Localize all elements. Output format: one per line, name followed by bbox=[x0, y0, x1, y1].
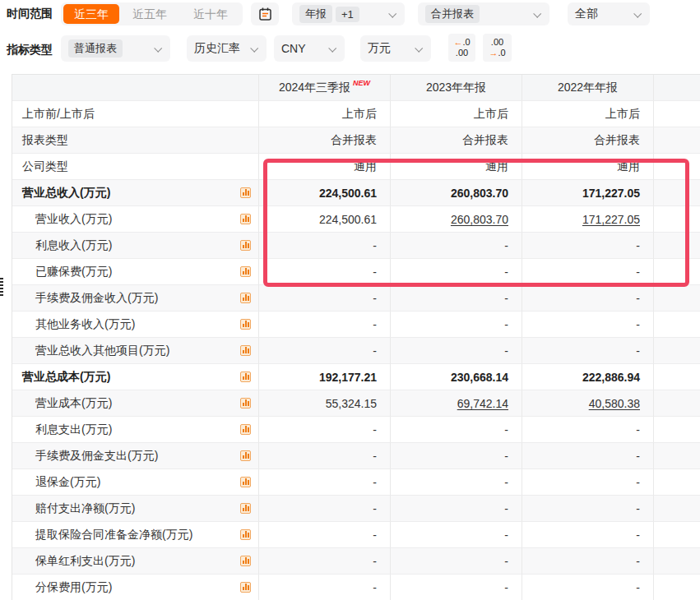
scope-value: 全部 bbox=[575, 7, 598, 21]
row-label-text: 赔付支出净额(万元) bbox=[35, 501, 135, 516]
bar-chart-icon[interactable] bbox=[240, 529, 251, 540]
value-cell: 上市后 bbox=[390, 101, 522, 127]
empty-cell bbox=[653, 259, 700, 285]
value-cell: 260,803.70 bbox=[390, 180, 522, 206]
value-cell: - bbox=[522, 338, 653, 364]
bar-chart-icon[interactable] bbox=[240, 582, 251, 593]
value-cell: - bbox=[522, 312, 653, 338]
value-link[interactable]: 40,580.38 bbox=[522, 390, 653, 417]
decrease-decimal-button[interactable]: ←.0 .00 bbox=[448, 34, 475, 62]
value-cell: 171,227.05 bbox=[522, 180, 653, 206]
value-cell: 通用 bbox=[390, 154, 522, 180]
bar-chart-icon[interactable] bbox=[240, 266, 251, 277]
value-cell: - bbox=[522, 285, 653, 312]
exchange-rate-value: 历史汇率 bbox=[194, 41, 240, 56]
calendar-icon bbox=[257, 7, 273, 22]
exchange-rate-dropdown[interactable]: 历史汇率 bbox=[187, 35, 267, 62]
time-range-option-10y[interactable]: 近十年 bbox=[180, 2, 241, 25]
row-label-text: 利息支出(万元) bbox=[35, 422, 112, 437]
empty-cell bbox=[653, 417, 700, 443]
row-label: 分保费用(万元) bbox=[12, 575, 258, 600]
value-cell: - bbox=[258, 233, 390, 259]
row-label: 手续费及佣金支出(万元) bbox=[12, 443, 258, 469]
unit-dropdown[interactable]: 万元 bbox=[360, 35, 431, 62]
value-cell: 224,500.61 bbox=[258, 206, 390, 233]
value-cell: - bbox=[258, 575, 390, 600]
period-extra-count-tag[interactable]: +1 bbox=[336, 7, 359, 22]
currency-dropdown[interactable]: CNY bbox=[274, 35, 345, 62]
table-row: 赔付支出净额(万元)--- bbox=[12, 496, 700, 522]
period-filter-dropdown[interactable]: 年报 +1 bbox=[292, 2, 405, 25]
bar-chart-icon[interactable] bbox=[240, 556, 251, 566]
value-link[interactable]: 69,742.14 bbox=[390, 390, 522, 417]
report-type-tag[interactable]: 普通报表 bbox=[68, 39, 123, 58]
empty-cell bbox=[653, 101, 700, 127]
row-label-text: 营业成本(万元) bbox=[35, 396, 112, 411]
value-cell: 合并报表 bbox=[258, 127, 390, 154]
row-label-text: 营业总成本(万元) bbox=[22, 370, 110, 385]
time-range-option-5y[interactable]: 近五年 bbox=[119, 2, 180, 25]
bar-chart-icon[interactable] bbox=[240, 319, 251, 330]
bar-chart-icon[interactable] bbox=[240, 187, 251, 198]
value-cell: - bbox=[258, 548, 390, 575]
bar-chart-icon[interactable] bbox=[240, 214, 251, 224]
value-cell: - bbox=[390, 522, 522, 548]
value-cell: 通用 bbox=[258, 154, 390, 180]
bar-chart-icon[interactable] bbox=[240, 424, 251, 435]
statement-type-dropdown[interactable]: 合并报表 bbox=[418, 2, 549, 25]
empty-cell bbox=[653, 127, 700, 154]
value-cell: - bbox=[522, 259, 653, 285]
row-label: 报表类型 bbox=[12, 127, 258, 154]
header-2022-annual-label: 2022年年报 bbox=[558, 81, 618, 95]
period-tag[interactable]: 年报 bbox=[299, 5, 332, 23]
bar-chart-icon[interactable] bbox=[240, 372, 251, 382]
row-label-text: 报表类型 bbox=[22, 133, 68, 148]
table-row: 上市前/上市后上市后上市后上市后 bbox=[12, 101, 700, 127]
value-link[interactable]: 260,803.70 bbox=[390, 206, 522, 233]
drag-handle[interactable] bbox=[0, 278, 3, 297]
row-label-text: 公司类型 bbox=[22, 159, 68, 174]
value-cell: 通用 bbox=[522, 154, 653, 180]
value-cell: - bbox=[258, 259, 390, 285]
empty-cell bbox=[653, 443, 700, 469]
calendar-button[interactable] bbox=[251, 2, 279, 25]
table-header: 2024年三季报 NEW 2023年年报 2022年年报 bbox=[12, 75, 700, 101]
value-cell: - bbox=[258, 496, 390, 522]
chevron-down-icon bbox=[154, 44, 162, 52]
row-label-text: 分保费用(万元) bbox=[35, 580, 112, 595]
row-label: 赔付支出净额(万元) bbox=[12, 496, 258, 522]
statement-tag[interactable]: 合并报表 bbox=[425, 5, 480, 23]
time-range-option-3y[interactable]: 近三年 bbox=[63, 4, 119, 24]
report-type-dropdown[interactable]: 普通报表 bbox=[61, 35, 170, 62]
table-row: 营业成本(万元)55,324.1569,742.1440,580.38 bbox=[12, 390, 700, 417]
value-link[interactable]: 171,227.05 bbox=[522, 206, 653, 233]
bar-chart-icon[interactable] bbox=[240, 293, 251, 303]
bar-chart-icon[interactable] bbox=[240, 503, 251, 514]
value-cell: 224,500.61 bbox=[258, 180, 390, 206]
value-cell: 上市后 bbox=[258, 101, 390, 127]
bar-chart-icon[interactable] bbox=[240, 450, 251, 461]
table-row: 营业总收入其他项目(万元)--- bbox=[12, 338, 700, 364]
new-badge: NEW bbox=[353, 79, 370, 87]
row-label-text: 营业收入(万元) bbox=[35, 212, 112, 227]
bar-chart-icon[interactable] bbox=[240, 345, 251, 356]
indicator-type-label: 指标类型 bbox=[7, 43, 53, 58]
row-label: 其他业务收入(万元) bbox=[12, 312, 258, 338]
bar-chart-icon[interactable] bbox=[240, 398, 251, 408]
value-cell: - bbox=[390, 285, 522, 312]
value-cell: - bbox=[258, 285, 390, 312]
bar-chart-icon[interactable] bbox=[240, 240, 251, 251]
chevron-down-icon bbox=[328, 44, 336, 52]
value-cell: - bbox=[390, 233, 522, 259]
chevron-down-icon bbox=[415, 44, 423, 52]
value-cell: - bbox=[522, 469, 653, 496]
value-cell: - bbox=[390, 338, 522, 364]
value-cell: - bbox=[258, 312, 390, 338]
row-label-text: 手续费及佣金支出(万元) bbox=[35, 449, 158, 464]
value-cell: 上市后 bbox=[522, 101, 653, 127]
scope-dropdown[interactable]: 全部 bbox=[568, 2, 650, 25]
value-cell: - bbox=[258, 417, 390, 443]
increase-decimal-button[interactable]: .00 →.0 bbox=[483, 34, 512, 62]
bar-chart-icon[interactable] bbox=[240, 477, 251, 487]
unit-value: 万元 bbox=[368, 41, 391, 56]
